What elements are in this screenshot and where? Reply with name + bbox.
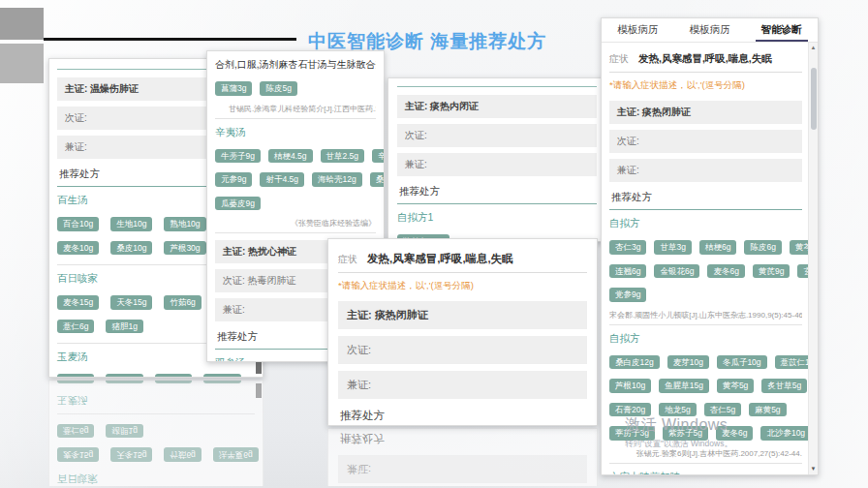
herb-row: 石膏20g地龙5g杏仁5g麻黄5g xyxy=(609,400,802,424)
concurrent-syndrome-field: 兼证: xyxy=(609,159,802,182)
prescription-name: 辛夷汤 xyxy=(215,126,376,139)
reflection-front-window: 症状发热,风寒感冒,呼吸,喘息,失眠 *请输入症状描述，以','(逗号分隔) 主… xyxy=(327,428,598,486)
herb-button[interactable]: 北沙参10g xyxy=(760,426,811,441)
herb-row: 玉竹6g麦冬3g知母3g黄连1g xyxy=(57,371,255,378)
herb-button[interactable]: 瓜蒌皮9g xyxy=(215,197,261,211)
herb-button[interactable]: 芦根30g xyxy=(164,241,205,256)
recommend-heading: 推荐处方 xyxy=(609,188,802,210)
herb-button[interactable]: 元参9g xyxy=(215,172,252,187)
tab-template-record-1[interactable]: 模板病历 xyxy=(602,18,673,42)
divider xyxy=(609,463,802,464)
herb-button[interactable]: 陈皮5g xyxy=(260,81,296,96)
herb-button[interactable]: 桔梗4.5g xyxy=(268,149,313,164)
herb-button[interactable]: 海蛤壳12g xyxy=(312,172,362,187)
herb-button[interactable]: 党参9g xyxy=(609,288,646,302)
herb-row: 元参9g射干4.5g海蛤壳12g桑白皮9g xyxy=(215,169,376,194)
herb-button[interactable]: 天冬15g xyxy=(110,295,152,310)
citation-text: 甘锡民.涂鸿章儿科经验简介[J].江西中医药.1994,25(3):146. xyxy=(215,104,376,114)
herb-button[interactable]: 连翘6g xyxy=(609,264,646,279)
window-prescription-left: 主证: 温燥伤肺证 次证: 兼证: 推荐处方 百生汤 百合10g生地10g熟地1… xyxy=(48,380,264,486)
herb-button[interactable]: 竹茹6g xyxy=(164,295,201,310)
herb-button[interactable]: 麦冬10g xyxy=(57,241,99,256)
herb-row: 连翘6g金银花6g麦冬6g黄芪9g玄参9g xyxy=(609,261,802,286)
herb-button[interactable]: 麦冬3g xyxy=(106,374,142,378)
herb-button[interactable]: 麦芽10g xyxy=(667,355,709,370)
symptom-label: 症状 xyxy=(338,254,357,264)
herb-button[interactable]: 生地10g xyxy=(110,217,152,231)
herb-button[interactable]: 黄芩5g xyxy=(717,379,754,393)
symptom-label: 症状 xyxy=(609,53,629,64)
symptom-row: 症状发热,风寒感冒,呼吸,喘息,失眠 xyxy=(338,247,587,273)
tab-template-record-2[interactable]: 模板病历 xyxy=(673,18,745,42)
reflection-left-window: 主证: 温燥伤肺证 次证: 兼证: 推荐处方 百生汤 百合10g生地10g熟地1… xyxy=(48,380,264,486)
herb-button[interactable]: 杏仁3g xyxy=(609,240,646,255)
citation-text: 宋会郡.顽固性小儿顿咳[J].山东中医杂志.1990,9(5):45-46. xyxy=(609,310,802,320)
herb-button[interactable]: 薏仁6g xyxy=(57,320,94,334)
herb-button[interactable]: 射干4.5g xyxy=(260,172,304,187)
herb-button[interactable]: 麻黄5g xyxy=(749,403,786,417)
herb-button[interactable]: 冬瓜子10g xyxy=(717,355,767,370)
herb-button[interactable]: 葶苈子3g xyxy=(609,426,655,441)
main-syndrome-field: 主证: 痰热内闭证 xyxy=(397,95,597,118)
herb-button[interactable]: 熟地10g xyxy=(164,217,205,231)
window-prescription-right-back: 主证: 痰热内闭证 次证: 兼证: 推荐处方 自拟方1 羚羊角1.5g 裘德兴.… xyxy=(388,77,606,242)
herb-button[interactable]: 百合10g xyxy=(57,217,99,231)
herb-button[interactable]: 桔梗6g xyxy=(699,240,736,255)
scroll-down-icon[interactable]: ▼ xyxy=(810,466,817,472)
herb-button[interactable]: 芦根10g xyxy=(609,379,651,393)
herb-button[interactable]: 炙甘草5g xyxy=(761,379,807,393)
main-syndrome-field: 主证: 痰热闭肺证 xyxy=(609,101,802,124)
herb-button[interactable]: 杏仁5g xyxy=(704,403,741,417)
herb-button[interactable]: 玉竹6g xyxy=(57,374,94,378)
window-diagnosis-front: 症状发热,风寒感冒,呼吸,喘息,失眠 *请输入症状描述，以','(逗号分隔) 主… xyxy=(327,428,598,486)
scroll-up-icon[interactable]: ▲ xyxy=(810,45,817,50)
symptom-input[interactable]: 发热,风寒感冒,呼吸,喘息,失眠 xyxy=(638,52,772,64)
scrollbar-track[interactable]: ▲ ▼ xyxy=(808,43,818,474)
herb-button[interactable]: 知母3g xyxy=(155,374,192,378)
herb-button[interactable]: 桑皮10g xyxy=(110,241,152,256)
herb-button[interactable]: 牛蒡子9g xyxy=(215,149,261,164)
prescription-name: 六安七味煎加味 xyxy=(609,471,802,476)
herb-button[interactable]: 麦冬6g xyxy=(716,426,753,441)
secondary-syndrome-field: 次证: xyxy=(397,124,597,147)
herb-button[interactable]: 桑白皮9g xyxy=(370,172,385,187)
herb-button[interactable]: 黄芪9g xyxy=(753,264,790,279)
herb-row: 桑白皮12g麦芽10g冬瓜子10g薏苡仁10g xyxy=(609,352,802,377)
herb-row: 芦根10g鱼腥草15g黄芩5g炙甘草5g xyxy=(609,376,802,400)
herb-row: 党参9g xyxy=(609,285,802,309)
window-diagnosis-front: 症状发热,风寒感冒,呼吸,喘息,失眠 *请输入症状描述，以','(逗号分隔) 主… xyxy=(327,238,598,426)
herb-row: 牛蒡子9g桔梗4.5g甘草2.5g辛夷4.5g xyxy=(215,146,376,170)
slide-canvas: 中医智能诊断 海量推荐处方 主证: 温燥伤肺证 次证: 兼证: 推荐处方 百生汤… xyxy=(0,0,868,488)
herb-button[interactable]: 鱼腥草15g xyxy=(659,379,709,393)
herb-button[interactable]: 甘草2.5g xyxy=(321,149,365,164)
herb-button[interactable]: 金银花6g xyxy=(654,264,699,279)
tab-smart-diagnosis[interactable]: 智能诊断 xyxy=(746,18,818,42)
herb-button[interactable]: 辛夷4.5g xyxy=(372,149,385,164)
herb-button[interactable]: 甘草3g xyxy=(654,240,691,255)
secondary-syndrome-field: 次证: xyxy=(609,130,802,153)
symptom-input[interactable]: 发热,风寒感冒,呼吸,喘息,失眠 xyxy=(367,253,513,264)
decor-gray-block-bottom xyxy=(0,44,44,83)
herb-button[interactable]: 麦冬15g xyxy=(57,295,99,310)
prescription-name: 自拟方1 xyxy=(397,211,597,225)
recommend-heading: 推荐处方 xyxy=(397,182,597,204)
herb-button[interactable]: 菖蒲3g xyxy=(215,81,252,96)
scrollbar-thumb[interactable] xyxy=(811,68,817,130)
herb-button[interactable]: 猪胆1g xyxy=(106,320,142,334)
tab-bar: 模板病历 模板病历 智能诊断 xyxy=(602,18,818,43)
herb-row: 葶苈子3g紫苏子5g麦冬6g北沙参10g xyxy=(609,423,802,447)
herb-button[interactable]: 陈皮6g xyxy=(744,240,781,255)
recommend-heading: 推荐处方 xyxy=(338,406,587,426)
main-syndrome-field: 主证: 痰热闭肺证 xyxy=(338,301,587,329)
herb-button[interactable]: 黄连1g xyxy=(203,374,240,378)
herb-row: 杏仁3g甘草3g桔梗6g陈皮6g黄芩6g xyxy=(609,237,802,261)
herb-button[interactable]: 地龙5g xyxy=(659,403,696,417)
citation-text: 《张赞臣临床经验选编》 xyxy=(215,218,376,229)
diagnosis-content: 症状发热,风寒感冒,呼吸,喘息,失眠 *请输入症状描述，以','(逗号分隔) 主… xyxy=(602,43,818,475)
herb-row: 瓜蒌皮9g xyxy=(215,194,376,218)
herb-button[interactable]: 石膏20g xyxy=(609,403,651,417)
citation-text: 张锡元.验案6则[J].吉林中医药.2007,27(5):42-44. xyxy=(609,448,802,459)
herb-button[interactable]: 桑白皮12g xyxy=(609,355,660,370)
herb-button[interactable]: 紫苏子5g xyxy=(663,426,708,441)
herb-button[interactable]: 麦冬6g xyxy=(707,264,744,279)
